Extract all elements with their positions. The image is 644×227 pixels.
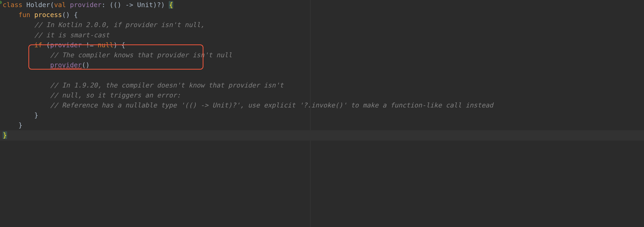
code-line: fun process() {	[0, 10, 644, 20]
indent	[3, 91, 50, 99]
comment: // Reference has a nullable type '(() ->…	[50, 101, 493, 109]
comment: // In Kotlin 2.0.0, if provider isn't nu…	[34, 21, 204, 29]
property-ref: provider	[50, 41, 82, 49]
operator-neq: !=	[82, 41, 98, 49]
keyword-val: val	[54, 1, 66, 9]
brace-close: }	[34, 111, 38, 119]
brace-open-match: {	[169, 1, 173, 9]
property-call-error: provider	[50, 61, 82, 69]
indent	[3, 31, 34, 39]
indent	[3, 121, 18, 129]
code-line: Cclass Holder(val provider: (() -> Unit)…	[0, 0, 644, 10]
comment: // In 1.9.20, the compiler doesn't know …	[50, 81, 284, 89]
indent	[3, 111, 34, 119]
code-line-blank	[0, 70, 644, 80]
class-gutter-icon: C	[0, 1, 2, 4]
indent	[3, 21, 34, 29]
rest: () {	[62, 11, 78, 19]
keyword-if: if	[34, 41, 42, 49]
comment: // it is smart-cast	[34, 31, 109, 39]
class-name: Holder	[26, 1, 50, 9]
code-line: if (provider != null) {	[0, 40, 644, 50]
code-line: }	[0, 120, 644, 130]
rest: ) {	[114, 41, 125, 49]
keyword-fun: fun	[18, 11, 30, 19]
property-name: provider	[70, 1, 101, 9]
paren: (	[42, 41, 50, 49]
type-annotation: : (() -> Unit)?)	[101, 1, 169, 9]
svg-text:C: C	[0, 1, 1, 4]
indent	[3, 61, 50, 69]
code-editor[interactable]: Cclass Holder(val provider: (() -> Unit)…	[0, 0, 644, 141]
keyword-null: null	[98, 41, 113, 49]
code-line: // null, so it triggers an error:	[0, 90, 644, 100]
indent	[3, 101, 50, 109]
code-line: // In Kotlin 2.0.0, if provider isn't nu…	[0, 20, 644, 30]
code-line: }	[0, 110, 644, 120]
keyword-class: class	[3, 1, 22, 9]
code-line: // The compiler knows that provider isn'…	[0, 50, 644, 60]
code-line: provider()	[0, 60, 644, 70]
code-line: // In 1.9.20, the compiler doesn't know …	[0, 80, 644, 90]
brace-close-match: }	[3, 131, 7, 139]
brace-close: }	[18, 121, 22, 129]
call-parens: ()	[82, 61, 90, 69]
comment: // The compiler knows that provider isn'…	[50, 51, 232, 59]
indent	[3, 41, 34, 49]
code-line: // Reference has a nullable type '(() ->…	[0, 100, 644, 110]
indent	[3, 81, 50, 89]
function-name: process	[34, 11, 62, 19]
indent	[3, 11, 18, 19]
code-line: // it is smart-cast	[0, 30, 644, 40]
code-line-current: }	[0, 130, 644, 140]
comment: // null, so it triggers an error:	[50, 91, 181, 99]
paren: (	[50, 1, 54, 9]
indent	[3, 51, 50, 59]
